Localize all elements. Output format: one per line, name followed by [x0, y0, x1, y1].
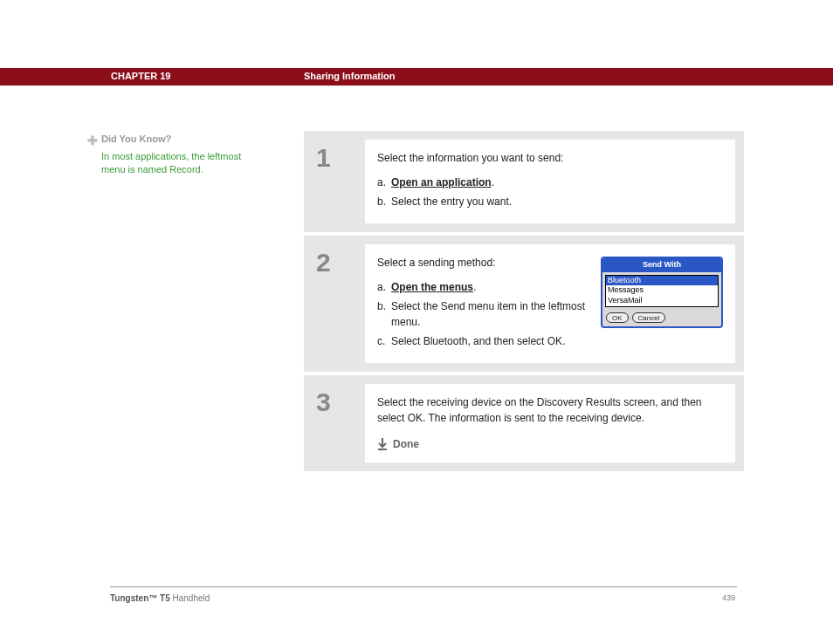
did-you-know-title: Did You Know? — [101, 134, 171, 144]
cancel-button[interactable]: Cancel — [632, 312, 666, 323]
suffix: . — [492, 176, 494, 188]
step-2-c: c.Select Bluetooth, and then select OK. — [377, 333, 592, 349]
dialog-list: Bluetooth Messages VersaMail — [605, 275, 719, 307]
list-label: b. — [377, 298, 391, 314]
list-label: a. — [377, 279, 391, 295]
list-label: c. — [377, 333, 391, 349]
chapter-header: CHAPTER 19 Sharing Information — [0, 68, 833, 86]
step-1-b: b.Select the entry you want. — [377, 194, 723, 209]
step-number: 1 — [304, 131, 365, 232]
done-row: Done — [377, 436, 723, 452]
step-number: 2 — [304, 236, 365, 372]
done-arrow-icon — [377, 438, 388, 450]
dialog-item-bluetooth[interactable]: Bluetooth — [606, 276, 718, 286]
step-3: 3 Select the receiving device on the Dis… — [304, 375, 744, 475]
steps-container: 1 Select the information you want to sen… — [304, 131, 744, 475]
did-you-know-box: ✚Did You Know? In most applications, the… — [87, 133, 262, 176]
step-3-content: Select the receiving device on the Disco… — [365, 384, 735, 462]
footer-rule — [110, 586, 737, 587]
did-you-know-body: In most applications, the leftmost menu … — [101, 150, 262, 177]
step-2-b-text: Select the Send menu item in the leftmos… — [391, 300, 585, 328]
step-number: 3 — [304, 375, 365, 471]
dialog-item-messages[interactable]: Messages — [606, 285, 718, 296]
open-application-link[interactable]: Open an application — [391, 176, 492, 188]
step-1-b-text: Select the entry you want. — [391, 195, 512, 208]
step-3-text: Select the receiving device on the Disco… — [377, 394, 723, 426]
step-1-content: Select the information you want to send:… — [365, 140, 735, 223]
step-1-intro: Select the information you want to send: — [377, 150, 723, 166]
step-2-intro: Select a sending method: — [377, 255, 592, 271]
footer-product-rest: Handheld — [170, 593, 210, 603]
footer-product-bold: Tungsten™ T5 — [110, 593, 170, 603]
step-2-b: b.Select the Send menu item in the leftm… — [377, 298, 592, 330]
section-title: Sharing Information — [304, 71, 396, 81]
chapter-label: CHAPTER 19 — [111, 71, 170, 81]
page-number: 439 — [722, 593, 735, 602]
step-2-c-text: Select Bluetooth, and then select OK. — [391, 335, 565, 347]
dialog-item-versamail[interactable]: VersaMail — [606, 296, 718, 306]
suffix: . — [473, 281, 476, 293]
list-label: a. — [377, 175, 391, 190]
footer-product: Tungsten™ T5 Handheld — [110, 593, 210, 603]
step-2-content: Select a sending method: a.Open the menu… — [365, 244, 735, 363]
done-label: Done — [393, 436, 419, 452]
step-1: 1 Select the information you want to sen… — [304, 131, 744, 236]
dialog-buttons: OK Cancel — [602, 310, 721, 326]
open-menus-link[interactable]: Open the menus — [391, 281, 473, 293]
plus-icon: ✚ — [87, 133, 101, 150]
step-1-a: a.Open an application. — [377, 175, 723, 190]
send-with-dialog: Send With Bluetooth Messages VersaMail O… — [601, 257, 723, 328]
step-2-a: a.Open the menus. — [377, 279, 592, 295]
dialog-title: Send With — [602, 258, 721, 272]
list-label: b. — [377, 194, 391, 209]
step-2: 2 Select a sending method: a.Open the me… — [304, 236, 744, 375]
ok-button[interactable]: OK — [606, 312, 629, 323]
